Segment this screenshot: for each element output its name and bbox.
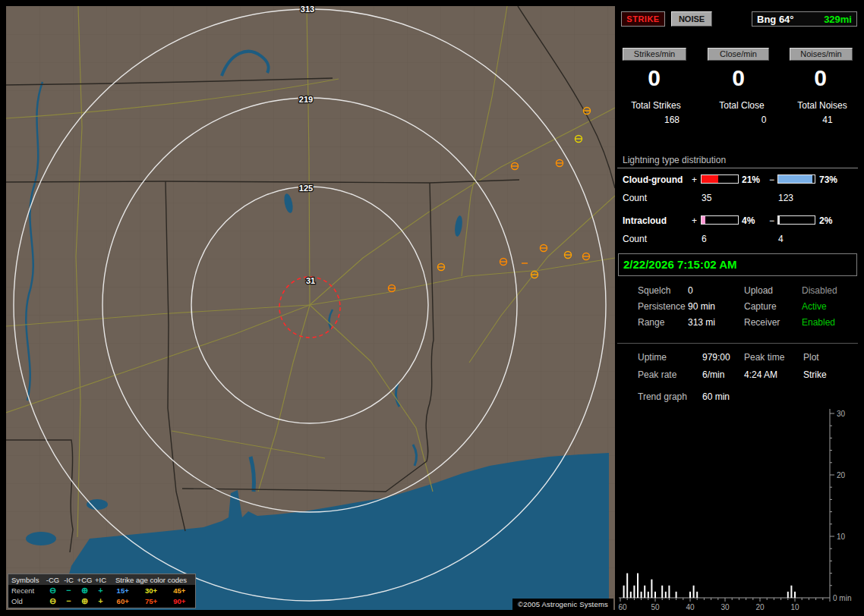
strike-mode-button[interactable]: STRIKE <box>621 11 665 27</box>
legend-recent-label: Recent <box>10 586 45 595</box>
age-75: 75+ <box>137 597 165 605</box>
ic-minus-bar-fill <box>778 216 780 224</box>
strikes-per-min-value: 0 <box>617 65 691 91</box>
upload-status: Disabled <box>802 285 837 296</box>
settings-row-squelch: Squelch 0 Upload Disabled <box>617 285 859 297</box>
squelch-value: 0 <box>688 285 693 296</box>
old-neg-cg-icon: ⊖ <box>45 597 61 605</box>
sidebar: STRIKE NOISE Bng 64° 329mi Strikes/min C… <box>617 6 859 610</box>
svg-text:20: 20 <box>755 603 765 610</box>
svg-text:20: 20 <box>837 471 846 479</box>
noises-per-min-badge[interactable]: Noises/min <box>790 48 853 61</box>
peak-rate-row: Peak rate 6/min 4:24 AM Strike <box>617 369 859 382</box>
svg-text:313: 313 <box>301 6 314 14</box>
trend-graph: 6050403020100 min102030 <box>617 404 859 610</box>
total-noises-value: 41 <box>788 115 864 125</box>
age-60: 60+ <box>109 597 137 605</box>
map-canvas: 31321912531 <box>6 6 615 610</box>
count-label: Count <box>623 234 647 244</box>
peak-rate-value: 6/min <box>702 369 724 380</box>
uptime-value: 979:00 <box>702 352 730 363</box>
ic-plus-bar <box>701 215 739 225</box>
cg-count-row: Count 35 123 <box>617 193 859 203</box>
squelch-label: Squelch <box>638 285 670 296</box>
total-strikes-value: 168 <box>632 115 711 125</box>
receiver-status: Enabled <box>802 317 835 328</box>
svg-text:30: 30 <box>837 410 846 418</box>
minus-sign: − <box>769 174 774 185</box>
capture-label: Capture <box>744 301 777 312</box>
svg-text:125: 125 <box>299 184 313 193</box>
bearing-range-box: Bng 64° 329mi <box>752 11 857 27</box>
age-45: 45+ <box>166 586 194 595</box>
uptime-label: Uptime <box>638 352 667 363</box>
plus-sign: + <box>692 215 697 226</box>
svg-text:10: 10 <box>790 603 799 610</box>
ic-minus-pct: 2% <box>819 215 832 226</box>
old-neg-ic-icon: − <box>61 597 77 605</box>
cloud-ground-label: Cloud-ground <box>623 174 683 185</box>
intracloud-row: Intracloud + 4% − 2% <box>617 215 859 226</box>
recent-neg-cg-icon: ⊖ <box>45 586 61 594</box>
trend-graph-row: Trend graph 60 min <box>617 391 859 404</box>
capture-status: Active <box>802 301 827 312</box>
receiver-label: Receiver <box>744 317 780 328</box>
lightning-map[interactable]: 31321912531 Symbols -CG -IC +CG +IC Stri… <box>6 6 615 610</box>
ic-plus-count: 6 <box>702 234 707 244</box>
range-setting-value: 313 mi <box>688 317 715 328</box>
ic-minus-bar <box>777 215 815 225</box>
cg-minus-pct: 73% <box>819 174 837 185</box>
copyright-notice: ©2005 Astrogenic Systems <box>512 599 613 610</box>
legend-symbols-header: Symbols <box>10 576 45 584</box>
legend-col-pos-ic: +IC <box>93 576 109 584</box>
total-strikes-label: Total Strikes <box>617 100 695 111</box>
svg-text:30: 30 <box>721 603 730 610</box>
recent-pos-ic-icon: + <box>93 586 109 594</box>
plus-sign: + <box>692 174 697 185</box>
count-label: Count <box>623 193 647 203</box>
cg-plus-bar <box>701 174 739 184</box>
svg-text:10: 10 <box>837 533 846 541</box>
divider <box>617 168 858 168</box>
legend-col-pos-cg: +CG <box>77 576 93 584</box>
legend-col-neg-ic: -IC <box>61 576 77 584</box>
close-per-min-value: 0 <box>702 65 775 91</box>
old-pos-cg-icon: ⊕ <box>77 597 93 605</box>
upload-label: Upload <box>744 285 773 296</box>
svg-text:219: 219 <box>299 95 313 104</box>
peak-time-value: 4:24 AM <box>744 369 777 380</box>
distribution-title: Lightning type distribution <box>623 155 726 165</box>
age-30: 30+ <box>137 586 165 595</box>
legend-col-neg-cg: -CG <box>45 576 61 584</box>
bearing-value: Bng 64° <box>757 14 794 25</box>
range-value: 329mi <box>824 14 852 25</box>
cg-plus-count: 35 <box>702 193 711 203</box>
cg-plus-bar-fill <box>702 175 718 183</box>
cg-minus-bar <box>777 174 815 184</box>
range-setting-label: Range <box>638 317 664 328</box>
map-legend: Symbols -CG -IC +CG +IC Strike age color… <box>8 574 196 608</box>
trend-graph-label: Trend graph <box>638 391 687 402</box>
minus-sign: − <box>769 215 774 226</box>
old-pos-ic-icon: + <box>93 597 109 605</box>
ic-minus-count: 4 <box>778 234 784 244</box>
total-noises-label: Total Noises <box>783 100 862 111</box>
settings-row-range: Range 313 mi Receiver Enabled <box>617 317 859 329</box>
noise-mode-button[interactable]: NOISE <box>671 11 712 27</box>
trend-window-value: 60 min <box>702 391 730 402</box>
svg-text:0 min: 0 min <box>833 594 851 602</box>
divider <box>617 343 858 344</box>
cloud-ground-row: Cloud-ground + 21% − 73% <box>617 174 859 185</box>
legend-age-header: Strike age color codes <box>109 576 194 584</box>
close-per-min-badge[interactable]: Close/min <box>708 48 769 61</box>
plot-label: Plot <box>803 352 819 363</box>
svg-text:60: 60 <box>618 603 627 610</box>
svg-text:40: 40 <box>686 603 695 610</box>
uptime-row: Uptime 979:00 Peak time Plot <box>617 352 859 364</box>
age-90: 90+ <box>166 597 194 605</box>
ic-plus-pct: 4% <box>742 215 755 226</box>
ic-count-row: Count 6 4 <box>617 234 859 244</box>
svg-text:50: 50 <box>651 603 660 610</box>
plot-value: Strike <box>803 369 827 380</box>
strikes-per-min-badge[interactable]: Strikes/min <box>623 48 686 61</box>
